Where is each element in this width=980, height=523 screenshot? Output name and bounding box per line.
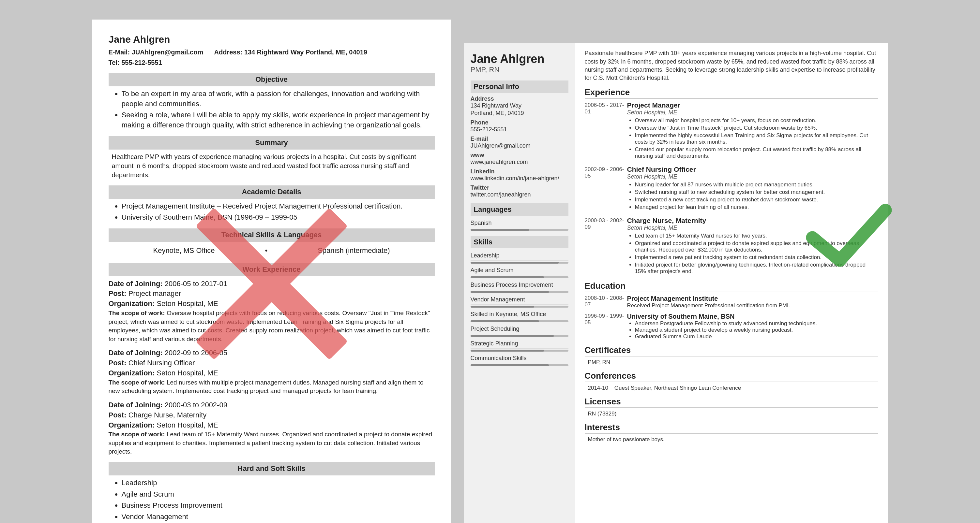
work-org-2: Organization: Seton Hospital, ME: [108, 368, 435, 378]
skill-4: Skilled in Keynote, MS Office: [471, 309, 568, 322]
skill-name-6: Strategic Planning: [471, 339, 568, 349]
exp-org-2: Seton Hospital, ME: [627, 225, 878, 231]
exp-content-1: Chief Nursing Officer Seton Hospital, ME…: [627, 166, 878, 211]
exp-content-0: Project Manager Seton Hospital, ME Overs…: [627, 101, 878, 160]
right-main: Passionate healthcare PMP with 10+ years…: [575, 43, 888, 523]
edu-title-1: University of Southern Maine, BSN: [627, 313, 878, 320]
work-post-label-1: Post:: [108, 289, 127, 298]
technical-cols: Keynote, MS Office • Spanish (intermedia…: [108, 244, 435, 257]
summary-text: Healthcare PMP with years of experience …: [108, 152, 435, 179]
tech-col2: Spanish (intermediate): [318, 246, 390, 256]
work-org-label-1: Organization:: [108, 300, 155, 307]
summary-header: Summary: [108, 136, 435, 150]
twitter-label: Twitter: [471, 184, 568, 191]
edu-bullets-1: Andersen Postgraduate Fellowship to stud…: [627, 320, 878, 340]
list-item: Graduated Summa Cum Laude: [635, 333, 878, 340]
work-org-val-2: Seton Hospital, ME: [156, 369, 218, 377]
exp-entry-2: 2000-03 - 2002-09 Charge Nurse, Maternit…: [585, 217, 878, 276]
left-resume: Jane Ahlgren E-Mail: JUAhlgren@gmail.com…: [92, 19, 451, 523]
linkedin-val: www.linkedin.com/in/jane-ahlgren/: [471, 175, 568, 182]
tel-value: 555-212-5551: [121, 59, 162, 66]
skill-bar-7: [471, 364, 568, 366]
skill-bar-4: [471, 320, 568, 322]
skill-name-1: Agile and Scrum: [471, 266, 568, 275]
work-date-label-2: Date of Joining:: [108, 349, 163, 357]
list-item: Business Process Improvement: [122, 501, 435, 510]
work-scope-label-1: The scope of work:: [108, 309, 165, 316]
list-item: Organized and coordinated a project to d…: [635, 240, 878, 253]
hard-soft-list: Leadership Agile and Scrum Business Proc…: [108, 478, 435, 523]
hard-soft-header: Hard and Soft Skills: [108, 462, 435, 475]
tech-col1: Keynote, MS Office: [153, 246, 215, 256]
skill-name-4: Skilled in Keynote, MS Office: [471, 309, 568, 319]
work-org-3: Organization: Seton Hospital, ME: [108, 420, 435, 431]
exp-date-2: 2000-03 - 2002-09: [585, 217, 627, 276]
skills-title: Skills: [471, 236, 568, 248]
phone-label: Phone: [471, 119, 568, 126]
work-scope-2: The scope of work: Led nurses with multi…: [108, 378, 435, 396]
edu-entry-1: 1996-09 - 1999-05 University of Southern…: [585, 313, 878, 340]
int-entry-0: Mother of two passionate boys.: [588, 436, 878, 443]
skill-bar-2: [471, 291, 568, 293]
skill-name-3: Vendor Management: [471, 295, 568, 305]
list-item: Oversaw the "Just in Time Restock" proje…: [635, 125, 878, 132]
work-entry-1: Date of Joining: 2006-05 to 2017-01 Post…: [108, 279, 435, 344]
edu-title-0: Project Management Institute: [627, 295, 878, 303]
conferences-title: Conferences: [585, 371, 878, 382]
exp-bullets-1: Nursing leader for all 87 nurses with mu…: [627, 182, 878, 211]
list-item: Implemented the highly successful Lean T…: [635, 132, 878, 145]
work-post-val-3: Charge Nurse, Maternity: [129, 411, 207, 419]
email-val-r: JUAhlgren@gmail.com: [471, 143, 568, 149]
work-post-label-2: Post:: [108, 359, 127, 367]
edu-content-0: Project Management Institute Received Pr…: [627, 295, 878, 309]
work-date-3: Date of Joining: 2000-03 to 2002-09: [108, 400, 435, 410]
work-date-label-1: Date of Joining:: [108, 280, 163, 288]
work-scope-1: The scope of work: Oversaw hospital proj…: [108, 309, 435, 344]
work-post-3: Post: Charge Nurse, Maternity: [108, 410, 435, 420]
exp-content-2: Charge Nurse, Maternity Seton Hospital, …: [627, 217, 878, 276]
edu-entry-0: 2008-10 - 2008-07 Project Management Ins…: [585, 295, 878, 309]
conf-date-0: 2014-10: [588, 385, 608, 391]
list-item: Andersen Postgraduate Fellowship to stud…: [635, 320, 878, 327]
work-scope-label-3: The scope of work:: [108, 431, 165, 437]
edu-date-1: 1996-09 - 1999-05: [585, 313, 627, 340]
left-tel: Tel: 555-212-5551: [108, 58, 435, 67]
edu-content-1: University of Southern Maine, BSN Anders…: [627, 313, 878, 340]
linkedin-label: LinkedIn: [471, 168, 568, 175]
interests-title: Interests: [585, 422, 878, 434]
skill-3: Vendor Management: [471, 295, 568, 307]
list-item: Seeking a role, where I will be able to …: [122, 110, 435, 130]
conf-entry-0: 2014-10 Guest Speaker, Northeast Shingo …: [588, 385, 878, 391]
language-spanish: Spanish: [471, 218, 568, 231]
work-date-val-3: 2000-03 to 2002-09: [165, 401, 227, 409]
address-label: Address: [471, 95, 568, 102]
list-item: Leadership: [122, 478, 435, 488]
list-item: Switched nursing staff to new scheduling…: [635, 189, 878, 195]
exp-org-1: Seton Hospital, ME: [627, 173, 878, 180]
skill-6: Strategic Planning: [471, 339, 568, 352]
right-summary: Passionate healthcare PMP with 10+ years…: [585, 49, 878, 82]
experience-title: Experience: [585, 87, 878, 99]
work-date-2: Date of Joining: 2002-09 to 2006-05: [108, 348, 435, 358]
sidebar-linkedin: LinkedIn www.linkedin.com/in/jane-ahlgre…: [471, 168, 568, 182]
technical-header: Technical Skills & Languages: [108, 228, 435, 242]
right-title: PMP, RN: [471, 65, 568, 74]
work-org-val-1: Seton Hospital, ME: [156, 300, 218, 307]
skill-name-2: Business Process Improvement: [471, 280, 568, 290]
list-item: Implemented a new cost tracking project …: [635, 197, 878, 203]
address-val2: Portland, ME, 04019: [471, 110, 568, 117]
work-org-label-2: Organization:: [108, 369, 155, 377]
list-item: Managed a student project to develop a w…: [635, 327, 878, 333]
sidebar-twitter: Twitter twitter.com/janeahlgren: [471, 184, 568, 198]
tel-label: Tel:: [108, 59, 120, 66]
exp-date-1: 2002-09 - 2006-05: [585, 166, 627, 211]
email-value: JUAhlgren@gmail.com: [132, 49, 204, 56]
skill-bar-1: [471, 276, 568, 278]
work-scope-label-2: The scope of work:: [108, 379, 165, 386]
twitter-val: twitter.com/janeahlgren: [471, 191, 568, 198]
objective-header: Objective: [108, 73, 435, 86]
work-org-1: Organization: Seton Hospital, ME: [108, 299, 435, 309]
lang-bar-fill-0: [471, 229, 529, 231]
work-org-label-3: Organization:: [108, 421, 155, 429]
exp-entry-1: 2002-09 - 2006-05 Chief Nursing Officer …: [585, 166, 878, 211]
